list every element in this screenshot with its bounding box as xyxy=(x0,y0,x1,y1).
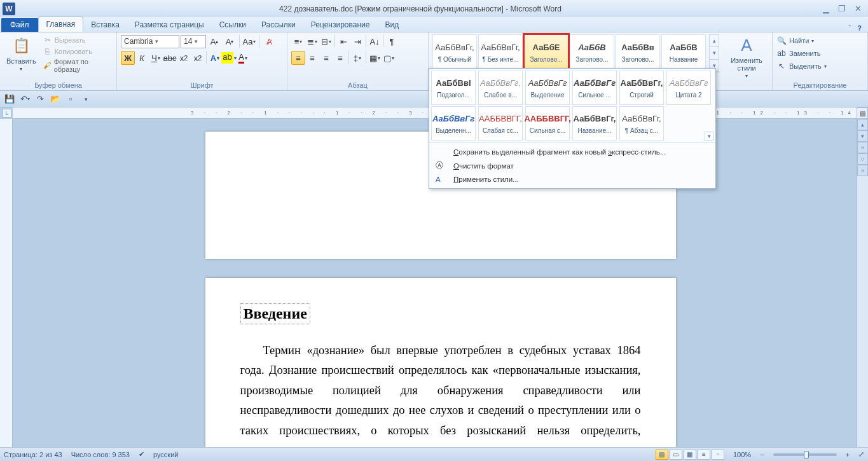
ruler-corner[interactable]: L xyxy=(3,109,11,118)
scroll-up-icon[interactable]: ▴ xyxy=(857,119,868,130)
find-button[interactable]: 🔍Найти ▾ xyxy=(776,34,864,47)
align-right-button[interactable]: ≡ xyxy=(319,51,333,65)
borders-button[interactable]: ▢▾ xyxy=(382,51,396,65)
bullets-button[interactable]: ≡▾ xyxy=(291,34,305,48)
style-item[interactable]: АаБбВвІПодзагол... xyxy=(431,71,476,105)
save-button[interactable]: 💾 xyxy=(4,93,15,105)
zoom-slider[interactable] xyxy=(773,453,837,456)
style-item[interactable]: АаБбВвЗаголово... xyxy=(616,34,660,70)
text-effects-button[interactable]: A▾ xyxy=(208,51,222,65)
superscript-button[interactable]: x2 xyxy=(191,51,205,65)
style-item[interactable]: АаБбВвГгВыделение xyxy=(525,71,570,105)
minimize-ribbon-icon[interactable]: ˆ xyxy=(849,24,851,32)
style-item[interactable]: АаБбВвГг,Слабое в... xyxy=(478,71,523,105)
style-item[interactable]: АаБбВвГг,Название... xyxy=(572,106,617,141)
strikethrough-button[interactable]: abc xyxy=(163,51,177,65)
tab-insert[interactable]: Вставка xyxy=(83,18,127,32)
draft-view[interactable]: ▫ xyxy=(712,450,724,460)
doc-heading[interactable]: Введение xyxy=(240,303,310,324)
tab-view[interactable]: Вид xyxy=(377,18,406,32)
style-item[interactable]: АаБбВвГгВыделенн... xyxy=(431,106,476,141)
outline-view[interactable]: ≡ xyxy=(698,450,710,460)
style-item[interactable]: АаБбВвГг,Строгий xyxy=(619,71,664,105)
qat-customize-button[interactable]: ▾ xyxy=(80,93,92,105)
change-styles-button[interactable]: A Изменить стили ▾ xyxy=(725,34,768,72)
font-name-combo[interactable]: Cambria▾ xyxy=(121,35,179,48)
format-painter-button[interactable]: 🖌Формат по образцу xyxy=(43,57,113,74)
style-item[interactable]: ААББВВГГ,Сильная с... xyxy=(525,106,570,141)
zoom-level[interactable]: 100% xyxy=(733,451,751,458)
restore-icon[interactable]: ❐ xyxy=(838,4,846,13)
style-item[interactable]: АаБбВНазвание xyxy=(661,34,706,70)
fullscreen-view[interactable]: ▭ xyxy=(670,450,682,460)
line-spacing-button[interactable]: ‡▾ xyxy=(350,51,364,65)
align-left-button[interactable]: ≡ xyxy=(291,51,305,65)
italic-button[interactable]: К xyxy=(135,51,149,65)
shrink-font-button[interactable]: A▾ xyxy=(223,34,237,48)
change-case-button[interactable]: Aa▾ xyxy=(242,34,256,48)
clear-format-menuitem[interactable]: ⒶОчистить формат xyxy=(429,158,715,173)
tab-references[interactable]: Ссылки xyxy=(212,18,254,32)
replace-button[interactable]: abЗаменить xyxy=(776,47,864,60)
subscript-button[interactable]: x2 xyxy=(177,51,191,65)
cut-button[interactable]: ✂Вырезать xyxy=(43,34,113,46)
style-item[interactable]: АаБбВвГг,¶ Обычный xyxy=(432,34,477,70)
style-item[interactable]: АаБбВвГгЦитата 2 xyxy=(666,71,711,105)
style-item[interactable]: АаБбЕЗаголово... xyxy=(524,34,568,70)
tab-file[interactable]: Файл xyxy=(1,18,38,32)
next-page-icon[interactable]: » xyxy=(857,165,868,176)
dd-scroll-down[interactable]: ▾ xyxy=(705,132,713,141)
document-page[interactable]: Введение Термин «дознание» был впервые у… xyxy=(205,278,676,447)
close-icon[interactable]: ✕ xyxy=(855,4,862,13)
help-icon[interactable]: ? xyxy=(857,24,862,32)
print-layout-view[interactable]: ▤ xyxy=(656,450,668,460)
style-item[interactable]: АаБбВвГг,¶ Без инте... xyxy=(478,34,523,70)
page-status[interactable]: Страница: 2 из 43 xyxy=(4,451,62,458)
underline-button[interactable]: Ч▾ xyxy=(149,51,163,65)
increase-indent-button[interactable]: ⇥ xyxy=(350,34,364,48)
style-item[interactable]: АаБбВвГгСильное ... xyxy=(572,71,617,105)
align-center-button[interactable]: ≡ xyxy=(305,51,319,65)
browse-object-icon[interactable]: ○ xyxy=(857,153,868,165)
tab-review[interactable]: Рецензирование xyxy=(303,18,378,32)
paste-button[interactable]: 📋 Вставить ▾ xyxy=(4,34,39,74)
vertical-scrollbar[interactable]: ▴ ▾ « ○ » xyxy=(857,119,868,447)
language-status[interactable]: русский xyxy=(153,451,178,458)
numbering-button[interactable]: ≣▾ xyxy=(305,34,319,48)
show-marks-button[interactable]: ¶ xyxy=(385,34,399,48)
qat-new-button[interactable]: ▫ xyxy=(65,93,76,105)
clear-formatting-button[interactable]: A̷ xyxy=(262,34,276,48)
nav-toggle[interactable]: ▤ xyxy=(857,107,868,119)
web-view[interactable]: ▦ xyxy=(684,450,696,460)
decrease-indent-button[interactable]: ⇤ xyxy=(336,34,350,48)
tab-home[interactable]: Главная xyxy=(38,17,84,32)
minimize-icon[interactable]: ▁ xyxy=(823,4,829,13)
highlight-button[interactable]: ab▾ xyxy=(222,51,236,65)
tab-mailings[interactable]: Рассылки xyxy=(254,18,303,32)
shading-button[interactable]: ▦▾ xyxy=(368,51,382,65)
doc-paragraph-1[interactable]: Термин «дознание» был впервые употреблен… xyxy=(240,341,641,447)
style-item[interactable]: АаБбВвГг,¶ Абзац с... xyxy=(619,106,664,141)
prev-page-icon[interactable]: « xyxy=(857,142,868,153)
style-item[interactable]: АаБбВЗаголово... xyxy=(570,34,614,70)
tab-layout[interactable]: Разметка страницы xyxy=(127,18,212,32)
copy-button[interactable]: ⎘Копировать xyxy=(43,46,113,57)
style-item[interactable]: ААББВВГГ,Слабая сс... xyxy=(478,106,523,141)
undo-button[interactable]: ↶▾ xyxy=(19,93,31,105)
font-color-button[interactable]: A▾ xyxy=(236,51,250,65)
grow-font-button[interactable]: A▴ xyxy=(207,34,221,48)
apply-styles-menuitem[interactable]: AПрименить стили... xyxy=(429,173,715,186)
zoom-fit-button[interactable]: ⤢ xyxy=(858,450,864,458)
redo-button[interactable]: ↷ xyxy=(34,93,46,105)
justify-button[interactable]: ≡ xyxy=(333,51,347,65)
zoom-in-button[interactable]: + xyxy=(846,451,850,458)
font-size-combo[interactable]: 14▾ xyxy=(181,35,206,48)
bold-button[interactable]: Ж xyxy=(121,51,135,65)
zoom-out-button[interactable]: − xyxy=(760,451,764,458)
multilevel-button[interactable]: ⊟▾ xyxy=(319,34,333,48)
styles-up-icon[interactable]: ▴ xyxy=(710,35,719,47)
select-button[interactable]: ↖Выделить ▾ xyxy=(776,60,864,72)
styles-scroll[interactable]: ▴ ▾ ▾ xyxy=(709,34,719,72)
scroll-down-icon[interactable]: ▾ xyxy=(857,130,868,142)
sort-button[interactable]: A↓ xyxy=(368,34,382,48)
